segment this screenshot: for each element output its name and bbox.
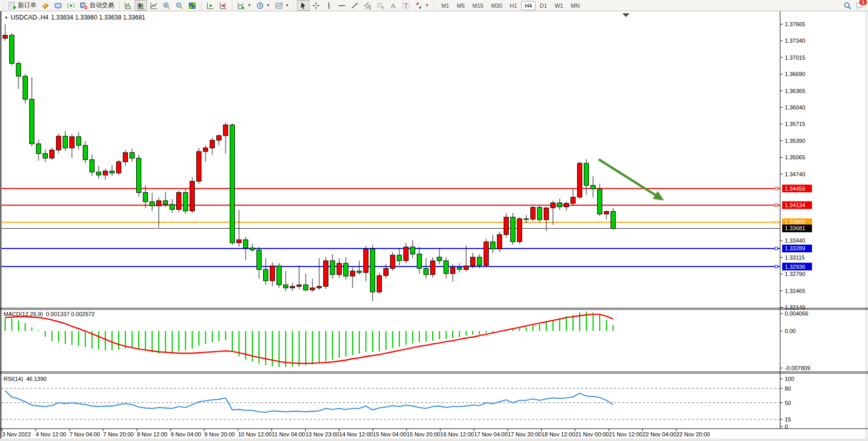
price-tick: 1.35065: [785, 154, 805, 160]
candle: [163, 201, 168, 205]
hline-endpoint[interactable]: [775, 221, 778, 224]
notifications-container: 1: [856, 2, 864, 10]
virtual-hosting-button[interactable]: [52, 0, 64, 11]
price-chart-canvas[interactable]: 1.376651.373401.370151.366901.363651.360…: [0, 11, 868, 441]
search-icon[interactable]: [843, 2, 852, 10]
tf-button-m15[interactable]: M15: [469, 1, 487, 10]
trendline-tool-button[interactable]: [348, 0, 361, 11]
bar-chart-mode-button[interactable]: [122, 0, 134, 11]
date-label: 9 Nov 04:00: [171, 431, 201, 437]
candle: [210, 140, 215, 148]
candle: [257, 250, 262, 269]
candle: [150, 202, 155, 206]
indicators-button[interactable]: ▼: [235, 0, 253, 11]
horizontal-line-tool-button[interactable]: [336, 0, 348, 11]
new-order-icon: [8, 2, 16, 10]
toolbar-grip: [118, 2, 120, 10]
new-order-button[interactable]: 新订单: [6, 0, 39, 11]
crosshair-tool-button[interactable]: [310, 0, 322, 11]
candle: [190, 181, 195, 211]
line-chart-mode-button[interactable]: [147, 0, 160, 11]
svg-text:1.33681: 1.33681: [785, 225, 805, 231]
mt4-window: 新订单: [0, 0, 868, 441]
text-tool-button[interactable]: A: [387, 0, 399, 11]
price-tick: 1.32140: [785, 304, 805, 310]
chart-title: ▼ USDCAD-,H4 1.33834 1.33860 1.33638 1.3…: [4, 14, 145, 21]
rsi-axis-label: 15: [785, 416, 791, 422]
tf-button-m5[interactable]: M5: [453, 1, 468, 10]
candle: [217, 136, 221, 140]
mql-market-button[interactable]: [39, 0, 51, 11]
candle: [70, 137, 75, 148]
candle: [558, 203, 562, 207]
vertical-line-icon: [325, 2, 333, 10]
collapse-triangle-icon[interactable]: ▼: [4, 15, 8, 20]
candle: [90, 160, 95, 172]
dropdown-arrow-icon: ▼: [425, 3, 429, 8]
cursor-tool-button[interactable]: [297, 0, 309, 11]
tf-button-m30[interactable]: M30: [488, 1, 506, 10]
trendline-icon: [350, 2, 359, 10]
candle: [250, 248, 255, 250]
price-tick: 1.37340: [785, 38, 805, 44]
candle: [531, 208, 535, 219]
fibonacci-tool-button[interactable]: F: [374, 0, 386, 11]
candle: [304, 285, 308, 290]
candle: [290, 286, 295, 288]
zoom-out-button[interactable]: [173, 0, 186, 11]
templates-button[interactable]: ▼: [273, 0, 291, 11]
tf-button-mn[interactable]: MN: [567, 1, 583, 10]
zoom-out-icon: [175, 2, 183, 10]
tile-windows-button[interactable]: [186, 0, 198, 11]
auto-scroll-button[interactable]: [204, 0, 216, 11]
signal-broadcast-icon: [67, 2, 75, 10]
tf-button-w1[interactable]: W1: [551, 1, 567, 10]
rsi-axis-label: 80: [785, 385, 791, 392]
equidistant-channel-tool-button[interactable]: E: [361, 0, 374, 11]
candlestick-mode-button[interactable]: [135, 0, 147, 11]
candle: [571, 197, 576, 204]
arrows-tool-button[interactable]: ▼: [413, 0, 431, 11]
tf-button-h1[interactable]: H1: [506, 1, 521, 10]
candle: [564, 204, 569, 207]
clock-icon: [256, 2, 264, 10]
tf-button-h4[interactable]: H4: [521, 1, 535, 10]
hline-endpoint[interactable]: [775, 265, 778, 268]
svg-text:E: E: [369, 6, 372, 9]
candle: [224, 125, 228, 136]
dropdown-arrow-icon: ▼: [247, 3, 251, 8]
hline-endpoint[interactable]: [775, 247, 778, 250]
tf-button-m1[interactable]: M1: [438, 1, 453, 10]
candle: [244, 240, 248, 248]
zoom-in-button[interactable]: [160, 0, 173, 11]
rsi-axis-label: 0: [785, 424, 788, 430]
candlestick-icon: [137, 2, 145, 10]
svg-text:A: A: [391, 2, 395, 9]
chart-title-ohlc: 1.33834 1.33860 1.33638 1.33681: [51, 14, 145, 21]
date-label: 14 Nov 12:00: [339, 431, 373, 437]
vertical-line-tool-button[interactable]: [323, 0, 335, 11]
auto-trading-icon: [80, 2, 88, 10]
date-label: 10 Nov 12:00: [238, 431, 271, 437]
periods-button[interactable]: ▼: [254, 0, 272, 11]
tf-button-d1[interactable]: D1: [536, 1, 550, 10]
candle: [457, 267, 462, 269]
candle: [130, 153, 135, 158]
signals-button[interactable]: [65, 0, 77, 11]
svg-text:T: T: [404, 3, 408, 8]
hline-endpoint[interactable]: [775, 204, 778, 207]
date-label: 7 Nov 04:00: [69, 431, 100, 437]
new-order-label: 新订单: [18, 1, 36, 10]
chart-window[interactable]: 1.376651.373401.370151.366901.363651.360…: [0, 11, 868, 441]
text-label-tool-button[interactable]: T: [400, 0, 412, 11]
hline-endpoint[interactable]: [775, 187, 778, 190]
timeframe-group: M1M5M15M30H1H4D1W1MN: [438, 1, 583, 10]
candle: [16, 63, 21, 76]
candle: [63, 136, 68, 148]
candle: [123, 153, 128, 162]
chart-shift-button[interactable]: [217, 0, 229, 11]
candle: [584, 163, 589, 186]
price-tick: 1.36365: [785, 88, 805, 94]
toolbar-grip: [293, 2, 296, 10]
auto-trading-button[interactable]: 自动交易: [78, 0, 116, 11]
